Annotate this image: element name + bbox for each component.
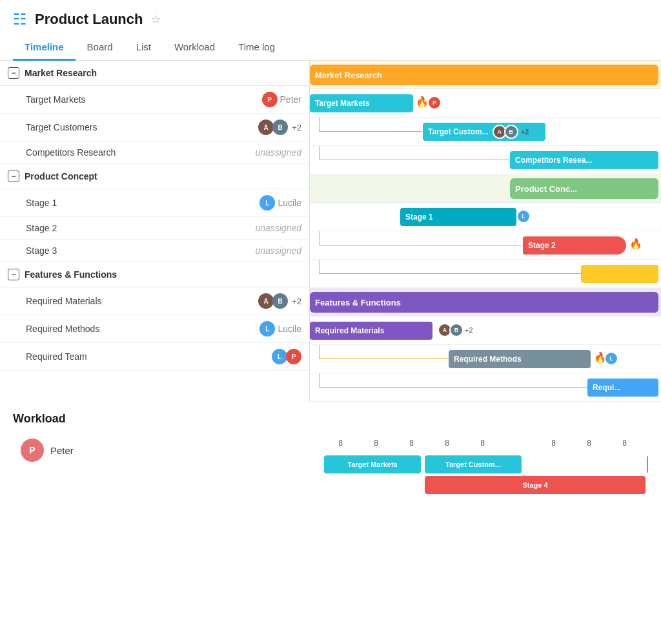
wl-num: 8 [607,439,642,448]
assignee-target-customers: A B +2 [258,119,301,135]
nav-tabs: Timeline Board List Workload Time log [0,35,661,61]
bar-avatar: P [427,96,442,110]
gantt-row-stage1: Stage 1 L [310,203,661,231]
bar-plus: +2 [465,326,473,334]
gantt-bar-market-research[interactable]: Market Research [310,65,658,85]
star-icon[interactable]: ☆ [150,12,161,26]
workload-user-name: Peter [50,445,74,456]
collapse-features-functions[interactable]: − [8,269,19,280]
gantt-group-features-functions: Features & Functions [310,288,661,317]
wl-num: 8 [358,439,394,448]
fire-icon: 🔥 [629,238,642,250]
tab-board[interactable]: Board [76,35,125,61]
task-name: Required Team [26,351,272,362]
bar-plus: +2 [521,128,529,136]
collapse-market-research[interactable]: − [8,67,19,79]
bar-avatar: L [604,351,618,366]
tab-timeline[interactable]: Timeline [13,35,76,61]
wl-num: 8 [323,439,358,448]
wl-num: 8 [571,439,607,448]
gantt-bar-stage2[interactable]: Stage 2 [523,236,626,254]
task-name: Stage 1 [26,198,259,208]
right-panel: Market Research Target Markets 🔥 P Targe… [310,61,661,402]
bar-label: Required Methods [454,355,522,364]
gantt-bar-product-concept[interactable]: Product Conc... [510,178,658,199]
task-name: Stage 2 [26,223,255,233]
bar-avatars: A B +2 [438,323,473,337]
avatar: A [258,293,274,309]
workload-section: Workload P Peter 8 8 8 8 8 8 8 8 8 8 [0,402,661,517]
tab-workload[interactable]: Workload [163,35,227,61]
gantt-bar-target-customers[interactable]: Target Custom... A B +2 [423,123,545,141]
wl-bar-stage4[interactable]: Stage 4 [425,476,646,494]
workload-row-peter: P Peter 8 8 8 8 8 8 8 8 8 8 [13,433,648,511]
workload-chart: 8 8 8 8 8 8 8 8 8 8 Target Markets [323,433,648,511]
group-header-product-concept: − Product Concept [0,164,309,189]
wl-bar-target-customers[interactable]: Target Custom... [425,455,522,473]
app-title: Product Launch [35,11,143,28]
assignee-required-methods: L Lucile [259,321,301,337]
collapse-product-concept[interactable]: − [8,171,19,182]
plus-count: +2 [292,296,301,306]
task-name: Required Materials [26,296,258,306]
assignee-name: Lucile [278,324,301,334]
gantt-row-target-customers: Target Custom... A B +2 [310,118,661,146]
task-name: Required Methods [26,324,259,334]
avatar: B [272,293,288,309]
avatar: P [286,349,301,364]
wl-num: 8 [465,439,500,448]
bar-label: Product Conc... [515,184,577,194]
workload-user-peter: P Peter [13,433,323,467]
gantt-area: Market Research Target Markets 🔥 P Targe… [310,61,661,402]
gantt-bar-competitors-research[interactable]: Competitors Resea... [510,151,658,169]
group-label-market-research: Market Research [25,68,97,78]
task-row-stage1: Stage 1 L Lucile [0,189,309,217]
bar-label: Required Materials [315,326,384,335]
assignee-name: Peter [280,94,301,105]
fire-icon: 🔥 [416,96,429,108]
avatar: L [259,321,275,337]
bar-label: Target Markets [315,99,369,108]
tab-timelog[interactable]: Time log [227,35,287,61]
bar-avatar: B [449,323,463,337]
gantt-row-required-team: Requi... [310,373,661,402]
gantt-group-product-concept: Product Conc... [310,174,661,203]
bar-label: Market Research [315,70,382,80]
wl-bar-target-markets[interactable]: Target Markets [324,455,421,473]
bar-label: Features & Functions [315,298,401,307]
avatar: P [262,92,278,107]
task-row-competitors-research: Competitors Research unassigned [0,141,309,164]
gantt-row-required-methods: Required Methods 🔥 L [310,345,661,373]
workload-title: Workload [13,412,648,426]
gantt-bar-required-team[interactable]: Requi... [587,379,658,397]
bar-label: Target Custom... [428,127,489,136]
gantt-bar-features-functions[interactable]: Features & Functions [310,292,658,313]
task-row-stage3: Stage 3 unassigned [0,240,309,262]
plus-count: +2 [292,123,301,132]
assignee-required-materials: A B +2 [258,293,301,309]
left-panel: − Market Research Target Markets P Peter… [0,61,310,402]
bar-label: Competitors Resea... [515,156,592,165]
gantt-bar-stage1[interactable]: Stage 1 [400,208,516,226]
gantt-bar-required-materials[interactable]: Required Materials [310,322,432,340]
wl-bar-requir[interactable]: Requir... [647,455,648,473]
task-name: Stage 3 [26,245,255,256]
gantt-bar-target-markets[interactable]: Target Markets [310,94,413,112]
gantt-row-required-materials: Required Materials A B +2 [310,317,661,345]
task-name: Target Markets [26,94,262,105]
avatar: L [272,349,287,364]
tab-list[interactable]: List [125,35,163,61]
task-name: Competitors Research [26,147,255,158]
task-row-required-team: Required Team L P [0,343,309,371]
gantt-bar-stage3[interactable] [581,265,658,283]
unassigned-label: unassigned [255,245,301,256]
gantt-row-competitors-research: Competitors Resea... [310,146,661,174]
bar-label: Requi... [593,383,620,392]
avatar: L [259,195,275,211]
task-row-target-markets: Target Markets P Peter [0,86,309,114]
group-label-features-functions: Features & Functions [25,269,117,280]
gantt-bar-required-methods[interactable]: Required Methods [449,350,591,368]
bar-avatars: A B [493,125,518,139]
gantt-group-market-research: Market Research [310,61,661,89]
gantt-row-target-markets: Target Markets 🔥 P [310,89,661,118]
